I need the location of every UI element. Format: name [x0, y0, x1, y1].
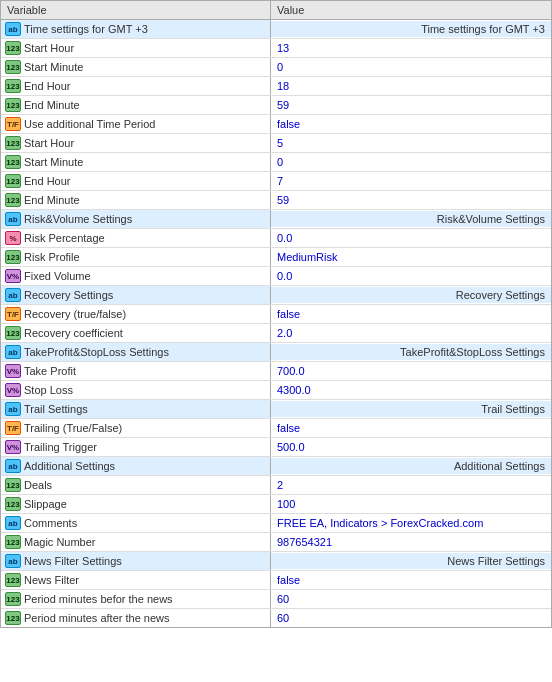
cell-value: 2.0	[271, 325, 551, 341]
variable-label: Recovery coefficient	[24, 327, 123, 339]
cell-variable: 123Period minutes befor the news	[1, 590, 271, 608]
variable-label: Start Minute	[24, 61, 83, 73]
variable-label: Start Minute	[24, 156, 83, 168]
table-body: abTime settings for GMT +3Time settings …	[1, 20, 551, 627]
variable-label: Start Hour	[24, 42, 74, 54]
table-row: T/FRecovery (true/false)false	[1, 305, 551, 324]
variable-label: End Minute	[24, 194, 80, 206]
type-badge: ab	[5, 459, 21, 473]
type-badge: 123	[5, 592, 21, 606]
variable-label: News Filter Settings	[24, 555, 122, 567]
type-badge: V%	[5, 364, 21, 378]
cell-value: Additional Settings	[271, 458, 551, 474]
cell-value: Recovery Settings	[271, 287, 551, 303]
variable-label: TakeProfit&StopLoss Settings	[24, 346, 169, 358]
type-badge: V%	[5, 440, 21, 454]
table-row: 123Start Hour13	[1, 39, 551, 58]
type-badge: ab	[5, 22, 21, 36]
type-badge: 123	[5, 136, 21, 150]
cell-value: false	[271, 306, 551, 322]
table-row: 123Period minutes after the news60	[1, 609, 551, 627]
type-badge: 123	[5, 193, 21, 207]
variable-label: Additional Settings	[24, 460, 115, 472]
cell-variable: V%Stop Loss	[1, 381, 271, 399]
cell-value: false	[271, 572, 551, 588]
variable-label: Trail Settings	[24, 403, 88, 415]
type-badge: V%	[5, 269, 21, 283]
cell-variable: abComments	[1, 514, 271, 532]
variable-label: Magic Number	[24, 536, 96, 548]
type-badge: 123	[5, 611, 21, 625]
type-badge: ab	[5, 345, 21, 359]
table-row: V%Trailing Trigger500.0	[1, 438, 551, 457]
table-row: 123Start Minute0	[1, 153, 551, 172]
table-row: 123End Hour7	[1, 172, 551, 191]
variable-label: Period minutes befor the news	[24, 593, 173, 605]
table-row: 123End Minute59	[1, 96, 551, 115]
type-badge: 123	[5, 79, 21, 93]
cell-variable: abTakeProfit&StopLoss Settings	[1, 343, 271, 361]
variable-label: Recovery Settings	[24, 289, 113, 301]
table-header: Variable Value	[1, 1, 551, 20]
cell-variable: T/FTrailing (True/False)	[1, 419, 271, 437]
cell-variable: V%Fixed Volume	[1, 267, 271, 285]
type-badge: 123	[5, 535, 21, 549]
variable-label: Slippage	[24, 498, 67, 510]
type-badge: 123	[5, 98, 21, 112]
cell-value: 13	[271, 40, 551, 56]
variable-label: Trailing Trigger	[24, 441, 97, 453]
table-row: V%Fixed Volume0.0	[1, 267, 551, 286]
cell-value: 4300.0	[271, 382, 551, 398]
cell-variable: 123End Minute	[1, 191, 271, 209]
cell-variable: 123Start Minute	[1, 153, 271, 171]
cell-variable: T/FUse additional Time Period	[1, 115, 271, 133]
cell-value: 0.0	[271, 230, 551, 246]
cell-variable: 123Magic Number	[1, 533, 271, 551]
section-row: abTrail SettingsTrail Settings	[1, 400, 551, 419]
cell-variable: 123Risk Profile	[1, 248, 271, 266]
cell-variable: V%Take Profit	[1, 362, 271, 380]
cell-value: 2	[271, 477, 551, 493]
variable-label: Stop Loss	[24, 384, 73, 396]
variable-label: Fixed Volume	[24, 270, 91, 282]
cell-variable: 123Period minutes after the news	[1, 609, 271, 627]
type-badge: ab	[5, 516, 21, 530]
type-badge: %	[5, 231, 21, 245]
type-badge: 123	[5, 250, 21, 264]
cell-variable: %Risk Percentage	[1, 229, 271, 247]
cell-variable: 123Start Hour	[1, 39, 271, 57]
table-row: 123End Minute59	[1, 191, 551, 210]
cell-variable: abTime settings for GMT +3	[1, 20, 271, 38]
table-row: T/FTrailing (True/False)false	[1, 419, 551, 438]
table-row: %Risk Percentage0.0	[1, 229, 551, 248]
cell-value: Time settings for GMT +3	[271, 21, 551, 37]
type-badge: T/F	[5, 421, 21, 435]
type-badge: ab	[5, 288, 21, 302]
cell-value: false	[271, 116, 551, 132]
cell-value: 700.0	[271, 363, 551, 379]
type-badge: 123	[5, 41, 21, 55]
table-row: T/FUse additional Time Periodfalse	[1, 115, 551, 134]
cell-variable: 123Deals	[1, 476, 271, 494]
cell-value: 59	[271, 192, 551, 208]
variable-label: Risk&Volume Settings	[24, 213, 132, 225]
cell-value: MediumRisk	[271, 249, 551, 265]
type-badge: V%	[5, 383, 21, 397]
cell-variable: 123News Filter	[1, 571, 271, 589]
variable-label: Start Hour	[24, 137, 74, 149]
variable-label: End Hour	[24, 175, 70, 187]
section-row: abRecovery SettingsRecovery Settings	[1, 286, 551, 305]
variable-label: End Hour	[24, 80, 70, 92]
cell-value: 0	[271, 154, 551, 170]
cell-value: 59	[271, 97, 551, 113]
variable-label: Recovery (true/false)	[24, 308, 126, 320]
section-row: abTakeProfit&StopLoss SettingsTakeProfit…	[1, 343, 551, 362]
cell-value: 987654321	[271, 534, 551, 550]
section-row: abRisk&Volume SettingsRisk&Volume Settin…	[1, 210, 551, 229]
cell-variable: V%Trailing Trigger	[1, 438, 271, 456]
variable-label: Comments	[24, 517, 77, 529]
type-badge: T/F	[5, 117, 21, 131]
type-badge: 123	[5, 60, 21, 74]
cell-variable: 123End Hour	[1, 172, 271, 190]
variable-label: Trailing (True/False)	[24, 422, 122, 434]
